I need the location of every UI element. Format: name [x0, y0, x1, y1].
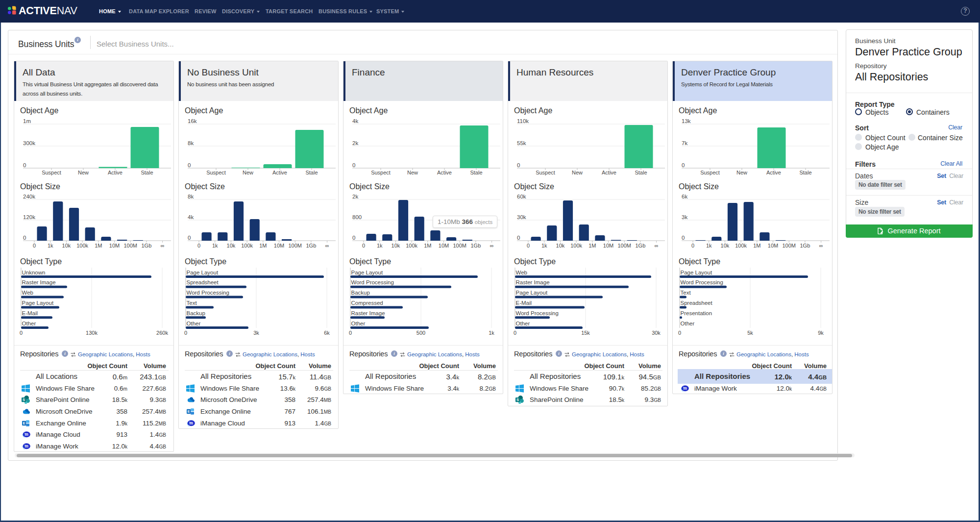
svg-text:240k: 240k	[23, 194, 35, 199]
svg-text:120k: 120k	[23, 214, 35, 220]
svg-text:Suspect: Suspect	[700, 170, 720, 175]
svg-text:100M: 100M	[453, 243, 466, 249]
svg-text:New: New	[736, 170, 747, 175]
svg-text:16k: 16k	[188, 118, 197, 124]
svg-text:New: New	[243, 170, 253, 175]
svg-text:30k: 30k	[652, 330, 661, 336]
svg-text:0: 0	[188, 235, 191, 241]
svg-text:10M: 10M	[439, 243, 449, 249]
svg-text:1M: 1M	[424, 243, 431, 249]
svg-text:0: 0	[682, 235, 685, 241]
svg-text:6k: 6k	[682, 194, 687, 199]
svg-text:Text: Text	[187, 300, 197, 306]
svg-text:Web: Web	[516, 270, 527, 275]
svg-text:Word Processing: Word Processing	[351, 279, 394, 285]
svg-text:Other: Other	[22, 321, 36, 326]
svg-text:Page Layout: Page Layout	[187, 270, 219, 275]
svg-text:10M: 10M	[274, 243, 284, 249]
svg-text:m: m	[25, 432, 28, 437]
svg-text:0: 0	[682, 162, 685, 168]
svg-text:100M: 100M	[123, 243, 137, 249]
svg-text:100M: 100M	[782, 243, 796, 249]
svg-text:S: S	[23, 398, 25, 402]
svg-text:260k: 260k	[156, 330, 168, 336]
svg-text:1Gb: 1Gb	[306, 243, 317, 249]
svg-text:15k: 15k	[581, 330, 590, 336]
svg-text:m: m	[684, 386, 687, 391]
svg-text:E: E	[188, 409, 190, 414]
svg-text:Unknown: Unknown	[22, 270, 46, 275]
svg-text:Raster Image: Raster Image	[516, 279, 550, 285]
svg-text:Stale: Stale	[141, 170, 153, 175]
svg-text:Stale: Stale	[799, 170, 811, 175]
svg-text:9k: 9k	[818, 330, 824, 336]
svg-text:0: 0	[514, 330, 516, 336]
svg-text:10k: 10k	[227, 243, 236, 249]
svg-text:100k: 100k	[406, 243, 417, 249]
svg-text:0: 0	[352, 235, 355, 241]
svg-text:S: S	[516, 398, 519, 402]
svg-text:4k: 4k	[352, 118, 358, 124]
svg-text:Other: Other	[351, 321, 366, 326]
svg-text:100M: 100M	[617, 243, 631, 249]
svg-text:E-Mail: E-Mail	[22, 310, 38, 316]
svg-text:10k: 10k	[556, 243, 565, 249]
svg-text:1Gb: 1Gb	[800, 243, 810, 249]
svg-text:10k: 10k	[62, 243, 71, 249]
svg-text:0: 0	[678, 330, 681, 336]
svg-text:Suspect: Suspect	[536, 170, 555, 175]
svg-text:7k: 7k	[682, 140, 687, 146]
svg-text:0: 0	[20, 330, 23, 336]
svg-text:New: New	[78, 170, 89, 175]
svg-text:Word Processing: Word Processing	[187, 290, 229, 296]
svg-text:100k: 100k	[735, 243, 747, 249]
svg-text:Active: Active	[766, 170, 781, 175]
svg-text:Stale: Stale	[305, 170, 318, 175]
svg-text:Active: Active	[437, 170, 452, 175]
svg-text:10M: 10M	[768, 243, 778, 249]
svg-text:0: 0	[517, 162, 520, 168]
svg-text:Suspect: Suspect	[42, 170, 61, 175]
svg-text:m: m	[190, 421, 193, 425]
svg-text:10k: 10k	[721, 243, 730, 249]
svg-text:500: 500	[416, 330, 425, 336]
svg-text:0: 0	[362, 243, 365, 249]
svg-text:100k: 100k	[570, 243, 582, 249]
svg-text:800: 800	[352, 214, 362, 220]
svg-text:Page Layout: Page Layout	[22, 300, 54, 306]
svg-text:13k: 13k	[682, 118, 691, 124]
svg-text:∞: ∞	[490, 243, 494, 249]
svg-text:6k: 6k	[324, 330, 330, 336]
svg-text:1k: 1k	[489, 330, 494, 336]
svg-text:Page Layout: Page Layout	[516, 290, 548, 296]
svg-text:1m: 1m	[23, 118, 31, 124]
svg-text:110k: 110k	[517, 118, 529, 124]
svg-text:1k: 1k	[706, 243, 712, 249]
svg-text:Other: Other	[681, 321, 695, 326]
svg-text:Page Layout: Page Layout	[351, 270, 383, 275]
svg-text:10k: 10k	[392, 243, 400, 249]
svg-text:1k: 1k	[48, 243, 53, 249]
svg-text:3k: 3k	[253, 330, 259, 336]
svg-text:Compressed: Compressed	[351, 300, 383, 306]
svg-text:0: 0	[349, 330, 352, 336]
svg-text:Web: Web	[22, 290, 33, 296]
svg-text:∞: ∞	[819, 243, 823, 249]
svg-text:Raster Image: Raster Image	[351, 310, 385, 316]
svg-text:100M: 100M	[288, 243, 302, 249]
svg-text:Stale: Stale	[635, 170, 647, 175]
svg-text:∞: ∞	[325, 243, 329, 249]
svg-text:Page Layout: Page Layout	[681, 270, 712, 275]
svg-text:Text: Text	[681, 290, 691, 296]
svg-text:8k: 8k	[188, 140, 194, 146]
svg-text:Active: Active	[108, 170, 122, 175]
svg-text:0: 0	[517, 235, 520, 241]
svg-text:5k: 5k	[747, 330, 753, 336]
svg-text:1M: 1M	[259, 243, 267, 249]
svg-text:Spreadsheet: Spreadsheet	[187, 279, 219, 285]
svg-text:0: 0	[23, 162, 26, 168]
svg-text:Active: Active	[272, 170, 287, 175]
svg-text:Suspect: Suspect	[371, 170, 391, 175]
svg-text:E-Mail: E-Mail	[516, 300, 532, 306]
svg-text:10M: 10M	[109, 243, 120, 249]
